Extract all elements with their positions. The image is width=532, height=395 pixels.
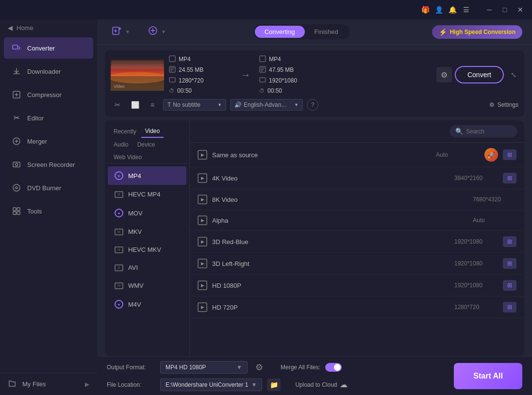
wmv-format-icon: W — [115, 282, 123, 289]
tab-recently[interactable]: Recently — [110, 125, 140, 138]
format-item-hevc-mkv[interactable]: H HEVC MKV — [108, 241, 186, 258]
preset-3d-red-blue[interactable]: ▶ 3D Red-Blue 1920*1080 ⊞ — [190, 231, 524, 253]
minimize-button[interactable]: ─ — [483, 4, 495, 16]
edit-button-hd1080[interactable]: ⊞ — [503, 280, 516, 291]
edit-button[interactable]: ⊞ — [503, 149, 516, 160]
rocket-button[interactable]: 🚀 — [484, 148, 498, 162]
format-item-mov[interactable]: ● MOV — [108, 204, 186, 222]
crop-button[interactable]: ⬜ — [128, 98, 142, 112]
tab-web-video[interactable]: Web Video — [110, 151, 146, 163]
edit-button-3dlr[interactable]: ⊞ — [503, 258, 516, 269]
preset-8k-video[interactable]: ▶ 8K Video 7680*4320 — [190, 189, 524, 210]
merge-toggle[interactable] — [325, 363, 342, 372]
sidebar: ◀ Home Converter Downloader — [0, 19, 97, 395]
preset-hd-1080p[interactable]: ▶ HD 1080P 1920*1080 ⊞ — [190, 275, 524, 296]
source-res-row: 1280*720 — [169, 77, 232, 84]
target-res-row: 1920*1080 — [259, 77, 322, 84]
preset-hd720-name: HD 720P — [212, 304, 449, 311]
svg-rect-21 — [169, 78, 175, 82]
sidebar-item-dvd-burner[interactable]: DVD Burner — [4, 177, 93, 198]
audio-select[interactable]: 🔊 English-Advan... ▼ — [230, 99, 303, 111]
bell-icon[interactable]: 🔔 — [448, 5, 457, 15]
settings-button[interactable]: ⚙ Settings — [489, 101, 518, 108]
preset-4k-video[interactable]: ▶ 4K Video 3840*2160 ⊞ — [190, 167, 524, 189]
my-files-arrow-icon: ▶ — [85, 381, 89, 388]
target-resolution: 1920*1080 — [269, 77, 297, 84]
tab-device[interactable]: Device — [133, 139, 159, 150]
sidebar-item-editor[interactable]: ✂ Editor — [4, 107, 93, 129]
gift-icon[interactable]: 🎁 — [420, 5, 430, 15]
high-speed-button[interactable]: ⚡ High Speed Conversion — [432, 25, 522, 39]
format-item-m4v[interactable]: ● M4V — [108, 295, 186, 313]
format-item-mp4[interactable]: ● MP4 — [108, 166, 186, 185]
preset-name: Same as source — [212, 151, 431, 159]
search-input[interactable] — [466, 128, 510, 135]
mkv-format-icon: M — [115, 229, 123, 235]
converter-icon — [12, 43, 21, 53]
expand-button[interactable]: ⤡ — [509, 69, 518, 81]
subtitle-icon: T — [167, 101, 171, 108]
preset-hd-720p[interactable]: ▶ HD 720P 1280*720 ⊞ — [190, 296, 524, 318]
sidebar-item-converter[interactable]: Converter — [4, 37, 93, 59]
finished-tab[interactable]: Finished — [305, 26, 348, 38]
sidebar-item-screen-recorder[interactable]: Screen Recorder — [4, 154, 93, 175]
convert-arrow-icon: → — [241, 69, 250, 81]
chevron-down-icon: ▼ — [125, 29, 130, 34]
settings-gear-button[interactable]: ⚙ — [436, 67, 452, 82]
target-duration: 00:50 — [267, 87, 282, 94]
mp4-label: MP4 — [128, 172, 141, 180]
add-media-button[interactable]: ▼ — [143, 22, 171, 41]
titlebar: 🎁 👤 🔔 ☰ ─ □ ✕ — [0, 0, 532, 19]
file-location-select[interactable]: E:\Wondershare UniConverter 1 ▼ — [160, 379, 262, 391]
converting-tab[interactable]: Converting — [255, 26, 305, 38]
tab-video[interactable]: Video — [141, 125, 164, 138]
hevc-mp4-format-icon: H — [115, 191, 123, 198]
target-format-row: MP4 — [259, 55, 322, 63]
edit-button-4k[interactable]: ⊞ — [503, 173, 516, 183]
convert-button[interactable]: Convert — [455, 66, 504, 83]
subtitle-select[interactable]: T No subtitle ▼ — [163, 99, 226, 111]
preset-play-icon: ▶ — [198, 150, 207, 160]
sidebar-toggle[interactable]: ◀ Home — [0, 19, 97, 36]
sidebar-item-merger[interactable]: Merger — [4, 131, 93, 152]
tools-icon — [12, 206, 21, 216]
edit-button-3drb[interactable]: ⊞ — [503, 236, 516, 247]
format-item-mkv[interactable]: M MKV — [108, 223, 186, 240]
cut-button[interactable]: ✂ — [111, 98, 124, 112]
output-settings-button[interactable]: ⚙ — [252, 361, 266, 374]
close-button[interactable]: ✕ — [515, 4, 526, 16]
bolt-icon: ⚡ — [439, 28, 447, 36]
preset-3d-left-right[interactable]: ▶ 3D Left-Right 1920*1080 ⊞ — [190, 253, 524, 275]
browse-folder-button[interactable]: 📁 — [267, 379, 281, 391]
edit-button-hd720[interactable]: ⊞ — [503, 302, 516, 313]
svg-rect-8 — [17, 208, 20, 211]
add-file-button[interactable]: ▼ — [107, 22, 135, 41]
source-size-icon — [169, 66, 176, 74]
upload-cloud-button[interactable]: Upload to Cloud ☁ — [295, 380, 348, 389]
add-media-icon — [148, 25, 158, 38]
output-format-select[interactable]: MP4 HD 1080P ▼ — [160, 361, 248, 374]
screen-recorder-label: Screen Recorder — [27, 161, 75, 168]
start-all-button[interactable]: Start All — [454, 363, 522, 389]
downloader-icon — [12, 66, 21, 76]
help-button[interactable]: ? — [307, 99, 318, 111]
sidebar-item-downloader[interactable]: Downloader — [4, 61, 93, 82]
preset-same-as-source[interactable]: ▶ Same as source Auto 🚀 ⊞ — [190, 143, 524, 167]
sidebar-item-compressor[interactable]: Compressor — [4, 84, 93, 105]
svg-point-4 — [16, 164, 18, 166]
output-format-value: MP4 HD 1080P — [166, 364, 206, 371]
preset-alpha[interactable]: ▶ Alpha Auto — [190, 210, 524, 231]
format-item-avi[interactable]: A AVI — [108, 259, 186, 276]
svg-point-5 — [13, 184, 20, 191]
effects-button[interactable]: ≡ — [146, 98, 159, 112]
format-item-hevc-mp4[interactable]: H HEVC MP4 — [108, 186, 186, 203]
format-item-wmv[interactable]: W WMV — [108, 277, 186, 294]
preset-play-icon-7: ▶ — [198, 280, 207, 290]
maximize-button[interactable]: □ — [499, 4, 511, 16]
output-format-chevron-icon: ▼ — [236, 364, 242, 371]
sidebar-item-tools[interactable]: Tools — [4, 200, 93, 222]
menu-icon[interactable]: ☰ — [461, 5, 471, 15]
user-icon[interactable]: 👤 — [434, 5, 444, 15]
tab-audio[interactable]: Audio — [110, 139, 133, 150]
my-files-item[interactable]: My Files ▶ — [0, 373, 97, 395]
